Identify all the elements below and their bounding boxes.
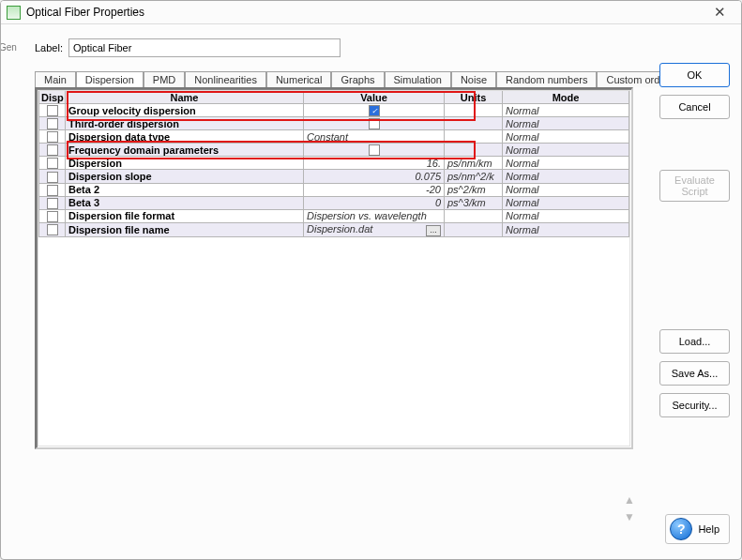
param-mode[interactable]: Normal — [503, 183, 629, 196]
param-units — [445, 222, 503, 236]
param-value[interactable]: Dispersion vs. wavelength — [304, 209, 445, 222]
parameter-table-scroll[interactable]: Disp Name Value Units Mode Group velocit… — [38, 91, 629, 446]
tab-pmd[interactable]: PMD — [144, 71, 185, 87]
parameter-table: Disp Name Value Units Mode Group velocit… — [38, 91, 629, 237]
col-mode[interactable]: Mode — [503, 91, 629, 104]
param-value[interactable] — [304, 117, 445, 130]
param-value[interactable]: 16. — [304, 157, 445, 170]
param-value[interactable]: -20 — [304, 183, 445, 196]
param-units — [445, 144, 503, 157]
tab-graphs[interactable]: Graphs — [331, 71, 384, 87]
content-area: Label: Main Dispersion PMD Nonlinearitie… — [20, 33, 695, 553]
cancel-button[interactable]: Cancel — [659, 95, 730, 119]
col-disp[interactable]: Disp — [39, 91, 66, 104]
col-units[interactable]: Units — [445, 91, 503, 104]
label-caption: Label: — [35, 42, 63, 53]
param-mode[interactable]: Normal — [503, 130, 629, 144]
dialog-body: Gen Label: Main Dispersion PMD Nonlinear… — [1, 23, 741, 559]
close-button[interactable]: ✕ — [704, 2, 735, 23]
table-row[interactable]: Group velocity dispersion Normal — [39, 104, 629, 117]
table-row[interactable]: Frequency domain parameters Normal — [39, 144, 629, 157]
row-scroller: ▲ ▼ — [621, 493, 638, 523]
disp-checkbox[interactable] — [47, 105, 58, 116]
param-mode[interactable]: Normal — [503, 157, 629, 170]
disp-checkbox[interactable] — [47, 172, 58, 183]
tab-noise[interactable]: Noise — [451, 71, 496, 87]
param-mode[interactable]: Normal — [503, 222, 629, 236]
label-input[interactable] — [68, 38, 341, 57]
table-row[interactable]: Dispersion file format Dispersion vs. wa… — [39, 209, 629, 222]
param-name: Dispersion data type — [66, 130, 304, 144]
value-checkbox[interactable] — [369, 105, 380, 116]
col-name[interactable]: Name — [66, 91, 304, 104]
param-name: Group velocity dispersion — [66, 104, 304, 117]
value-checkbox[interactable] — [369, 144, 380, 156]
param-value[interactable]: Constant — [304, 130, 445, 144]
value-checkbox[interactable] — [369, 118, 380, 129]
disp-checkbox[interactable] — [47, 131, 58, 143]
file-name-text: Dispersion.dat — [307, 223, 372, 235]
table-row[interactable]: Beta 3 0 ps^3/km Normal — [39, 196, 629, 209]
tab-random-numbers[interactable]: Random numbers — [496, 71, 597, 87]
param-mode[interactable]: Normal — [503, 209, 629, 222]
param-value[interactable] — [304, 104, 445, 117]
table-row[interactable]: Dispersion file name Dispersion.dat ... … — [39, 222, 629, 236]
param-mode[interactable]: Normal — [503, 117, 629, 130]
disp-checkbox[interactable] — [47, 185, 58, 196]
load-button[interactable]: Load... — [659, 329, 730, 354]
disp-checkbox[interactable] — [47, 224, 58, 235]
help-button[interactable]: ? Help — [665, 514, 730, 544]
tab-nonlinearities[interactable]: Nonlinearities — [185, 71, 266, 87]
evaluate-script-label: Evaluate Script — [660, 174, 729, 197]
param-units: ps^2/km — [445, 183, 503, 196]
parameter-table-frame: Disp Name Value Units Mode Group velocit… — [35, 87, 633, 449]
param-units: ps/nm/km — [445, 157, 503, 170]
table-row[interactable]: Dispersion 16. ps/nm/km Normal — [39, 157, 629, 170]
param-mode[interactable]: Normal — [503, 144, 629, 157]
scroll-down-icon[interactable]: ▼ — [624, 510, 635, 523]
scroll-up-icon[interactable]: ▲ — [624, 493, 635, 507]
param-name: Beta 2 — [66, 183, 304, 196]
param-name: Dispersion file name — [66, 222, 304, 236]
param-name: Dispersion — [66, 157, 304, 170]
param-units — [445, 104, 503, 117]
param-value[interactable]: 0.075 — [304, 170, 445, 183]
save-as-button[interactable]: Save As... — [659, 361, 730, 386]
table-row[interactable]: Dispersion slope 0.075 ps/nm^2/k Normal — [39, 170, 629, 183]
disp-checkbox[interactable] — [47, 211, 58, 222]
title-bar: Optical Fiber Properties ✕ — [1, 1, 741, 24]
tab-strip: Main Dispersion PMD Nonlinearities Numer… — [35, 70, 695, 87]
tab-dispersion[interactable]: Dispersion — [76, 71, 144, 88]
param-mode[interactable]: Normal — [503, 170, 629, 183]
table-row[interactable]: Beta 2 -20 ps^2/km Normal — [39, 183, 629, 196]
param-value[interactable]: 0 — [304, 196, 445, 209]
ok-button[interactable]: OK — [659, 63, 730, 87]
evaluate-script-button[interactable]: Evaluate Script — [659, 170, 730, 202]
disp-checkbox[interactable] — [47, 158, 58, 169]
security-button[interactable]: Security... — [659, 393, 730, 417]
param-mode[interactable]: Normal — [503, 196, 629, 209]
window-title: Optical Fiber Properties — [26, 6, 704, 19]
tab-simulation[interactable]: Simulation — [385, 71, 451, 87]
param-units — [445, 130, 503, 144]
help-icon: ? — [670, 518, 692, 540]
param-name: Third-order dispersion — [66, 117, 304, 130]
param-name: Frequency domain parameters — [66, 144, 304, 157]
disp-checkbox[interactable] — [47, 144, 58, 156]
table-row[interactable]: Dispersion data type Constant Normal — [39, 130, 629, 144]
param-units: ps/nm^2/k — [445, 170, 503, 183]
disp-checkbox[interactable] — [47, 198, 58, 209]
table-row[interactable]: Third-order dispersion Normal — [39, 117, 629, 130]
browse-button[interactable]: ... — [426, 225, 441, 236]
param-name: Dispersion slope — [66, 170, 304, 183]
table-header-row: Disp Name Value Units Mode — [39, 91, 629, 104]
param-mode[interactable]: Normal — [503, 104, 629, 117]
disp-checkbox[interactable] — [47, 118, 58, 129]
col-value[interactable]: Value — [304, 91, 445, 104]
label-row: Label: — [35, 38, 695, 57]
param-units: ps^3/km — [445, 196, 503, 209]
param-value[interactable]: Dispersion.dat ... — [304, 222, 445, 236]
tab-main[interactable]: Main — [35, 71, 76, 87]
tab-numerical[interactable]: Numerical — [266, 71, 332, 87]
param-value[interactable] — [304, 144, 445, 157]
